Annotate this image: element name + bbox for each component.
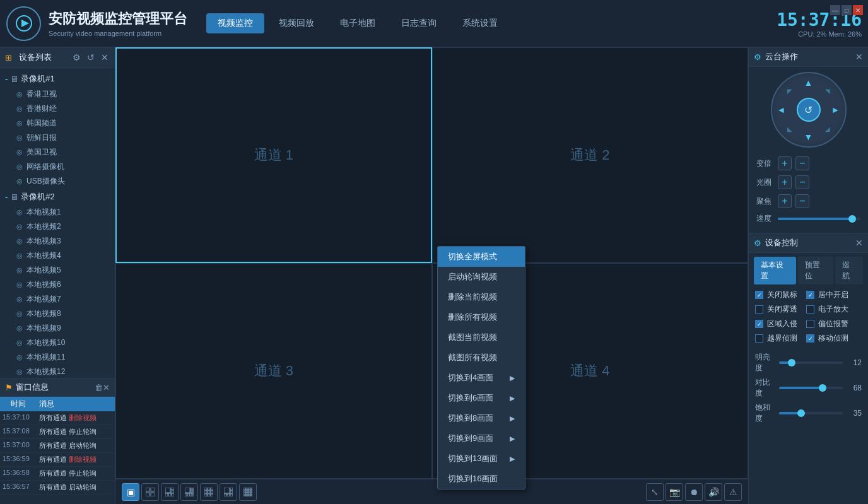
ptz-upright-button[interactable]: ◥ xyxy=(821,85,834,97)
checkbox-close-fog[interactable] xyxy=(755,305,763,314)
fullscreen-button[interactable]: ⤡ xyxy=(646,483,664,501)
video-cell-2[interactable]: 通道 3 xyxy=(115,263,432,479)
close-button[interactable]: ✕ xyxy=(853,5,863,15)
device-refresh-button[interactable]: ↺ xyxy=(86,51,96,64)
tree-item-0-1[interactable]: ◎香港财经 xyxy=(0,102,115,116)
log-delete-link[interactable]: 删除视频 xyxy=(69,414,97,421)
video-cell-0[interactable]: 通道 1 xyxy=(115,47,432,263)
ptz-speed-thumb[interactable] xyxy=(848,215,856,223)
ctx-item-5[interactable]: 截图所有视频 xyxy=(438,348,525,368)
ctx-item-8[interactable]: 切换到8画面▶ xyxy=(438,408,525,428)
ptz-iris-minus-button[interactable]: − xyxy=(795,175,809,189)
log-delete-link[interactable]: 删除视频 xyxy=(69,455,97,463)
audio-button[interactable]: 🔊 xyxy=(705,483,722,501)
checkbox-area-intrusion[interactable] xyxy=(755,320,763,328)
nav-tab-0[interactable]: 视频监控 xyxy=(206,13,264,33)
checkbox-center-open[interactable] xyxy=(806,291,814,299)
record-button[interactable]: ⏺ xyxy=(685,483,703,501)
tree-item-0-0[interactable]: ◎香港卫视 xyxy=(0,87,115,102)
nav-tab-1[interactable]: 视频回放 xyxy=(267,13,326,33)
window-info-close-button[interactable]: ✕ xyxy=(103,383,110,392)
ctx-item-11[interactable]: 切换到16画面 xyxy=(438,469,525,489)
ptz-zoom-minus-button[interactable]: − xyxy=(795,156,809,170)
nav-tab-4[interactable]: 系统设置 xyxy=(451,13,509,33)
tree-item-0-5[interactable]: ◎网络摄像机 xyxy=(0,160,115,174)
ptz-up-button[interactable]: ▲ xyxy=(802,76,815,89)
checkbox-close-mouse[interactable] xyxy=(755,291,763,299)
nav-tab-2[interactable]: 电子地图 xyxy=(329,13,387,33)
ctx-item-0[interactable]: 切换全屏模式 xyxy=(438,247,525,267)
ctx-item-3[interactable]: 删除所有视频 xyxy=(438,307,525,327)
layout-6-button[interactable] xyxy=(161,483,179,501)
screenshot-button[interactable]: 📷 xyxy=(666,483,683,501)
device-ctrl-close-button[interactable]: ✕ xyxy=(855,238,863,248)
tree-item-1-10[interactable]: ◎本地视频11 xyxy=(0,350,115,365)
alarm-button[interactable]: ⚠ xyxy=(724,483,742,501)
tree-item-0-3[interactable]: ◎朝鲜日报 xyxy=(0,131,115,145)
checkbox-digital-zoom[interactable] xyxy=(806,305,814,314)
tree-item-1-11[interactable]: ◎本地视频12 xyxy=(0,365,115,378)
layout-8-button[interactable] xyxy=(180,483,198,501)
tree-item-1-5[interactable]: ◎本地视频6 xyxy=(0,278,115,292)
tree-item-1-3[interactable]: ◎本地视频4 xyxy=(0,249,115,263)
tree-item-1-4[interactable]: ◎本地视频5 xyxy=(0,263,115,278)
tree-group-0[interactable]: -🖥录像机#1 xyxy=(0,71,115,87)
minimize-button[interactable]: — xyxy=(830,5,840,15)
nav-tab-3[interactable]: 日志查询 xyxy=(390,13,448,33)
tree-item-1-7[interactable]: ◎本地视频8 xyxy=(0,307,115,321)
device-settings-button[interactable]: ⚙ xyxy=(71,51,82,64)
ctx-item-1[interactable]: 启动轮询视频 xyxy=(438,267,525,287)
tree-item-1-9[interactable]: ◎本地视频10 xyxy=(0,336,115,350)
ctx-item-4[interactable]: 截图当前视频 xyxy=(438,327,525,348)
checkbox-cross-detection[interactable] xyxy=(755,334,763,343)
contrast-thumb[interactable] xyxy=(819,384,826,392)
layout-4-button[interactable] xyxy=(141,483,159,501)
contrast-slider[interactable] xyxy=(779,387,843,389)
tree-item-0-4[interactable]: ◎美国卫视 xyxy=(0,145,115,160)
ptz-zoom-plus-button[interactable]: + xyxy=(778,156,792,170)
tree-item-1-1[interactable]: ◎本地视频2 xyxy=(0,220,115,234)
ptz-iris-plus-button[interactable]: + xyxy=(778,175,792,189)
ptz-right-button[interactable]: ► xyxy=(830,103,842,116)
tab-basic-settings[interactable]: 基本设置 xyxy=(754,257,796,284)
ptz-down-button[interactable]: ▼ xyxy=(802,131,815,143)
layout-1-button[interactable]: ▣ xyxy=(122,483,139,501)
checkbox-offset-alarm[interactable] xyxy=(806,320,814,328)
tree-item-0-6[interactable]: ◎USB摄像头 xyxy=(0,174,115,189)
window-info-clear-button[interactable]: 🗑 xyxy=(95,383,103,392)
layout-9-button[interactable] xyxy=(200,483,218,501)
ptz-close-button[interactable]: ✕ xyxy=(855,52,863,62)
tree-group-1[interactable]: -🖥录像机#2 xyxy=(0,189,115,205)
ctx-item-7[interactable]: 切换到6画面▶ xyxy=(438,388,525,408)
ptz-speed-slider[interactable] xyxy=(778,218,860,220)
saturation-thumb[interactable] xyxy=(797,409,805,417)
maximize-button[interactable]: □ xyxy=(842,5,852,15)
tab-patrol[interactable]: 巡航 xyxy=(835,257,863,284)
ptz-left-button[interactable]: ◄ xyxy=(775,103,788,116)
video-cell-1[interactable]: 通道 2 xyxy=(432,47,749,263)
ctx-item-9[interactable]: 切换到9画面▶ xyxy=(438,428,525,448)
layout-16-button[interactable] xyxy=(239,483,257,501)
device-close-button[interactable]: ✕ xyxy=(100,51,110,64)
tab-presets[interactable]: 预置位 xyxy=(798,257,833,284)
tree-item-1-0[interactable]: ◎本地视频1 xyxy=(0,205,115,220)
ptz-downleft-button[interactable]: ◣ xyxy=(783,122,796,135)
tree-item-0-2[interactable]: ◎韩国频道 xyxy=(0,116,115,131)
ptz-focus-plus-button[interactable]: + xyxy=(778,194,792,208)
ptz-upleft-button[interactable]: ◤ xyxy=(783,85,796,97)
ctx-item-10[interactable]: 切换到13画面▶ xyxy=(438,448,525,469)
tree-item-1-2[interactable]: ◎本地视频3 xyxy=(0,234,115,249)
brightness-slider[interactable] xyxy=(779,361,843,364)
tree-item-1-8[interactable]: ◎本地视频9 xyxy=(0,321,115,336)
saturation-slider[interactable] xyxy=(779,412,843,414)
svg-rect-2 xyxy=(146,488,150,491)
ptz-downright-button[interactable]: ◢ xyxy=(821,122,834,135)
ctx-item-2[interactable]: 删除当前视频 xyxy=(438,287,525,307)
checkbox-motion-detection[interactable] xyxy=(806,334,814,343)
tree-item-1-6[interactable]: ◎本地视频7 xyxy=(0,292,115,307)
brightness-thumb[interactable] xyxy=(788,359,795,366)
ctx-item-6[interactable]: 切换到4画面▶ xyxy=(438,368,525,388)
ptz-focus-minus-button[interactable]: − xyxy=(795,194,809,208)
layout-13-button[interactable] xyxy=(220,483,237,501)
ptz-center-button[interactable]: ↺ xyxy=(797,98,821,122)
